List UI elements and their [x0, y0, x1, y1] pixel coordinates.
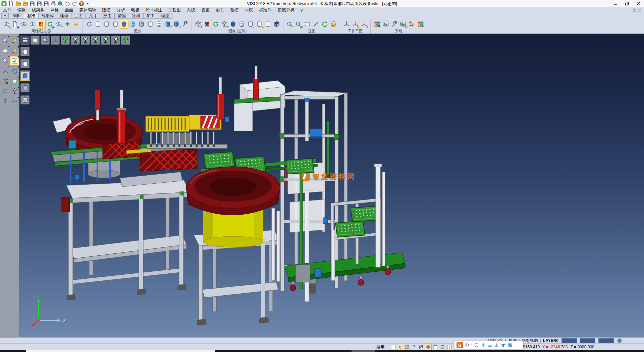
view-right-icon[interactable]	[91, 36, 100, 45]
view-left-icon[interactable]	[101, 36, 110, 45]
hidden-line-cylinder-icon[interactable]	[103, 20, 111, 28]
zoom-inout-icon[interactable]	[1, 56, 9, 65]
viewport-menu-icon[interactable]	[20, 36, 30, 45]
ime-emoji-icon[interactable]	[474, 343, 479, 348]
ime-punctuation[interactable]: ’	[471, 343, 472, 348]
tab-wireframe[interactable]: 线架构	[39, 13, 57, 19]
render-wireframe-icon[interactable]	[20, 47, 30, 56]
dashed-hidden-cylinder-icon[interactable]	[111, 20, 119, 28]
ime-layout-icon[interactable]	[507, 343, 513, 348]
tab-progress[interactable]: 冲模	[129, 13, 144, 19]
menu-progress[interactable]: 冲模	[241, 7, 256, 13]
world-globe-icon[interactable]	[616, 338, 623, 344]
cube-refresh-icon[interactable]	[212, 20, 220, 28]
view-isometric-icon[interactable]	[61, 36, 70, 45]
menu-file[interactable]: 文件	[0, 7, 14, 13]
minimize-button[interactable]	[610, 0, 621, 7]
perspective-eye-icon[interactable]	[329, 20, 337, 28]
redraw-icon[interactable]	[85, 20, 93, 28]
viewport-3d[interactable]: 智造资料网 Y Z	[19, 34, 644, 337]
ime-account-icon[interactable]	[494, 343, 499, 348]
undo-icon[interactable]	[64, 1, 70, 7]
gem-mode-icon[interactable]	[425, 344, 431, 350]
line-color-swatch[interactable]	[580, 338, 595, 343]
menu-flow-analysis[interactable]: 模流分析	[275, 7, 298, 13]
menu-window[interactable]: 视窗	[198, 7, 213, 13]
help-query-icon[interactable]: ?	[1, 97, 9, 105]
edit-box-icon[interactable]	[404, 344, 410, 350]
attribute-page-icon[interactable]: ◉	[11, 20, 19, 28]
redo-icon[interactable]	[71, 1, 77, 7]
regenerate-icon[interactable]	[1, 87, 9, 95]
pan-arrow-icon[interactable]	[312, 20, 320, 28]
tab-machining[interactable]: 加工	[144, 13, 158, 19]
hatched-cylinder-icon[interactable]	[155, 20, 163, 28]
sketch-pencil-icon[interactable]	[10, 36, 19, 45]
translucent-cylinder-icon[interactable]	[138, 20, 146, 28]
hide-remove-icon[interactable]: −	[29, 20, 37, 28]
menu-solid-edit[interactable]: 实体编辑	[76, 7, 99, 13]
menu-electrode[interactable]: 电极	[128, 7, 143, 13]
toolbar-options-caret[interactable]: ▼	[86, 2, 90, 5]
menu-system[interactable]: 系统	[184, 7, 198, 13]
menu-drawing[interactable]: 工程图	[165, 7, 184, 13]
menu-edit[interactable]: 编辑	[14, 7, 29, 13]
view-bottom-icon[interactable]	[121, 36, 130, 45]
zoom-window-icon[interactable]	[1, 46, 9, 55]
export-cylinder-icon[interactable]: ➜	[172, 20, 180, 28]
no-snap-icon[interactable]	[418, 344, 424, 350]
snap-lock-label[interactable]: 拴牢	[376, 344, 384, 350]
workplane-normal-icon[interactable]: ➜	[360, 20, 368, 28]
zoom-dynamic-icon[interactable]: ±	[286, 20, 294, 28]
zoom-fly-icon[interactable]	[1, 36, 9, 45]
pick-filter-icon[interactable]	[397, 344, 403, 350]
confirm-check-icon[interactable]	[10, 56, 19, 65]
view-back-icon[interactable]	[111, 36, 120, 45]
solid-wire-icon[interactable]	[264, 20, 272, 28]
tab-dimension[interactable]: 尺寸	[86, 13, 100, 19]
zoom-actual-icon[interactable]	[303, 20, 311, 28]
attribute-brush-icon[interactable]: ✎	[2, 20, 10, 28]
sheet-icon[interactable]	[432, 344, 438, 350]
workplane-axes-icon[interactable]	[342, 20, 351, 28]
refresh-visibility-icon[interactable]: ◉	[46, 20, 54, 28]
render-shaded-edges-icon[interactable]	[20, 83, 30, 92]
print-icon[interactable]	[50, 1, 56, 7]
tab-standard[interactable]: 标准	[24, 13, 39, 19]
show-all-icon[interactable]: ✚	[63, 20, 71, 28]
ime-voice-icon[interactable]	[481, 343, 486, 348]
spline-tool-icon[interactable]	[10, 67, 19, 75]
solid-verify-icon[interactable]: ✓	[247, 20, 255, 28]
menu-wireframe[interactable]: 线架构	[29, 7, 48, 13]
tab-overflow-button[interactable]: ▼	[1, 13, 9, 19]
shaded-cylinder-icon[interactable]	[120, 20, 128, 28]
tab-flow[interactable]: 模流	[158, 13, 172, 19]
refresh-status-icon[interactable]	[439, 344, 445, 350]
render-settings-icon[interactable]	[181, 20, 189, 28]
menu-analysis[interactable]: 分析	[114, 7, 128, 13]
view-front-icon[interactable]	[81, 36, 90, 45]
flat-cylinder-icon[interactable]	[146, 20, 154, 28]
save-as-icon[interactable]	[36, 1, 42, 7]
menu-mesh[interactable]: 网格	[48, 7, 62, 13]
tab-surface[interactable]: 曲面	[71, 13, 86, 19]
help-status-icon[interactable]: ?	[411, 344, 417, 350]
grid-panel-icon[interactable]	[417, 20, 425, 28]
menu-standard-parts[interactable]: 标准件	[256, 7, 275, 13]
ucs-axes-icon[interactable]	[51, 36, 60, 45]
cube-add-icon[interactable]: +	[194, 20, 202, 28]
measure-distance-icon[interactable]	[10, 97, 19, 105]
selection-hand-icon[interactable]	[408, 20, 416, 28]
entity-color-swatch[interactable]	[598, 338, 614, 343]
cplane-axes-icon[interactable]	[1, 67, 9, 75]
menu-help[interactable]: ?	[298, 7, 306, 13]
tab-edit[interactable]: 编辑	[10, 13, 24, 19]
tab-modeling[interactable]: 建模	[57, 13, 71, 19]
display-settings-icon[interactable]	[382, 20, 390, 28]
settings-table-icon[interactable]: ⚙	[399, 20, 407, 28]
hide-all-icon[interactable]: ▬	[72, 20, 80, 28]
open-file-icon[interactable]	[15, 1, 21, 7]
ime-chinese-mode[interactable]: 中	[465, 342, 469, 348]
ime-keyboard-icon[interactable]	[487, 343, 492, 348]
layer-color-swatch[interactable]	[561, 338, 577, 343]
